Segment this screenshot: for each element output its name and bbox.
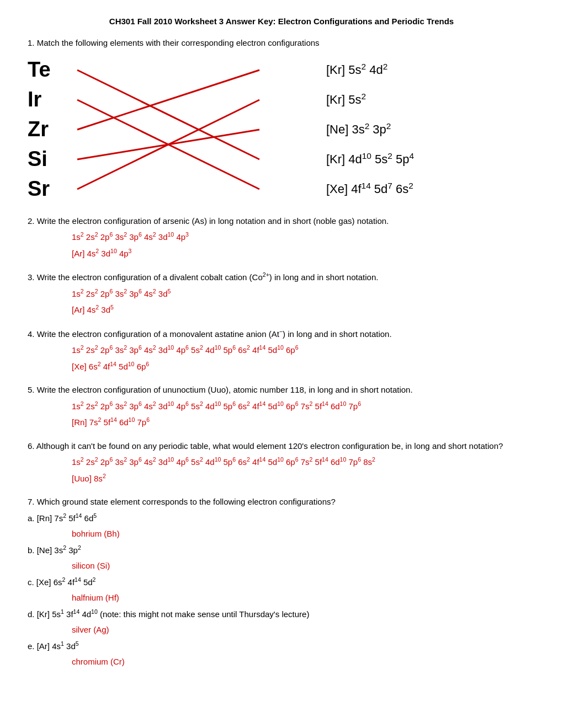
element-Sr: Sr: [28, 176, 72, 202]
q7-part-b: b. [Ne] 3s2 3p2: [28, 544, 535, 557]
q3-answer2: [Ar] 4s2 3d5: [72, 303, 535, 317]
question-7: 7. Which ground state element correspond…: [28, 496, 535, 668]
q3-answer1: 1s2 2s2 2p6 3s2 3p6 4s2 3d5: [72, 287, 535, 301]
svg-line-0: [77, 70, 259, 159]
q7-part-d: d. [Kr] 5s1 3f14 4d10 (note: this might …: [28, 608, 535, 621]
left-elements: Te Ir Zr Si Sr: [28, 55, 72, 204]
config-ne3s23p2: [Ne] 3s2 3p2: [326, 121, 414, 138]
q5-text: 5. Write the electron configuration of u…: [28, 384, 535, 397]
matching-diagram: Te Ir Zr Si Sr [Kr] 5s2 4d2 [Kr] 5s2 [Ne…: [28, 55, 414, 204]
q7-answer-d: silver (Ag): [72, 624, 535, 636]
q3-text: 3. Write the electron configuration of a…: [28, 271, 535, 284]
question-3: 3. Write the electron configuration of a…: [28, 271, 535, 317]
q7-part-c: c. [Xe] 6s2 4f14 5d2: [28, 576, 535, 589]
svg-line-3: [77, 130, 259, 159]
q2-text: 2. Write the electron configuration of a…: [28, 215, 535, 228]
svg-line-2: [77, 70, 259, 130]
q1-text: 1. Match the following elements with the…: [28, 37, 535, 50]
q2-answer1: 1s2 2s2 2p6 3s2 3p6 4s2 3d10 4p3: [72, 231, 535, 244]
right-configs: [Kr] 5s2 4d2 [Kr] 5s2 [Ne] 3s2 3p2 [Kr] …: [326, 55, 414, 204]
page-title: CH301 Fall 2010 Worksheet 3 Answer Key: …: [28, 17, 535, 26]
question-5: 5. Write the electron configuration of u…: [28, 384, 535, 429]
q7-part-e: e. [Ar] 4s1 3d5: [28, 640, 535, 653]
q4-answer1: 1s2 2s2 2p6 3s2 3p6 4s2 3d10 4p6 5s2 4d1…: [72, 344, 535, 357]
element-Zr: Zr: [28, 117, 72, 142]
config-xe4f145d76s2: [Xe] 4f14 5d7 6s2: [326, 180, 414, 197]
q5-answer1: 1s2 2s2 2p6 3s2 3p6 4s2 3d10 4p6 5s2 4d1…: [72, 400, 535, 413]
q7-answer-e: chromium (Cr): [72, 656, 535, 668]
svg-line-1: [77, 100, 259, 189]
q6-answer1: 1s2 2s2 2p6 3s2 3p6 4s2 3d10 4p6 5s2 4d1…: [72, 456, 535, 469]
element-Si: Si: [28, 147, 72, 172]
q6-text: 6. Although it can't be found on any per…: [28, 440, 535, 453]
element-Ir: Ir: [28, 87, 72, 113]
element-Te: Te: [28, 57, 72, 83]
q7-answer-c: halfnium (Hf): [72, 592, 535, 604]
q7-answer-a: bohrium (Bh): [72, 528, 535, 540]
config-kr4d105s25p4: [Kr] 4d10 5s2 5p4: [326, 151, 414, 168]
q5-answer2: [Rn] 7s2 5f14 6d10 7p6: [72, 416, 535, 429]
question-1: 1. Match the following elements with the…: [28, 37, 535, 204]
q7-answer-b: silicon (Si): [72, 560, 535, 572]
q7-text: 7. Which ground state element correspond…: [28, 496, 535, 508]
q6-answer2: [Uuo] 8s2: [72, 472, 535, 485]
svg-line-4: [77, 100, 259, 189]
config-kr5s24d2: [Kr] 5s2 4d2: [326, 61, 414, 78]
config-kr5s2: [Kr] 5s2: [326, 91, 414, 108]
q4-text: 4. Write the electron configuration of a…: [28, 328, 535, 341]
q7-part-a: a. [Rn] 7s2 5f14 6d5: [28, 512, 535, 525]
q4-answer2: [Xe] 6s2 4f14 5d10 6p6: [72, 360, 535, 373]
question-4: 4. Write the electron configuration of a…: [28, 328, 535, 373]
question-2: 2. Write the electron configuration of a…: [28, 215, 535, 260]
question-6: 6. Although it can't be found on any per…: [28, 440, 535, 485]
q2-answer2: [Ar] 4s2 3d10 4p3: [72, 247, 535, 260]
